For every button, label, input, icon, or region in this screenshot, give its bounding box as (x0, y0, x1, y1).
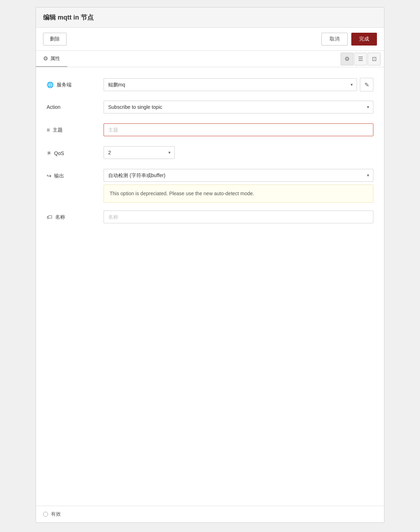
action-label: Action (47, 101, 104, 110)
tab-bar: ⚙ 属性 ⚙ ☰ ⊡ (36, 51, 384, 67)
tab-gear-button[interactable]: ⚙ (341, 53, 353, 65)
action-label-text: Action (47, 104, 61, 110)
action-control: Subscribe to single topic Subscribe to d… (104, 101, 373, 113)
status-radio[interactable] (43, 512, 48, 517)
output-select[interactable]: 自动检测 (字符串或buffer) 字符串 Buffer (104, 169, 373, 182)
form-area: 🌐 服务端 鲲鹏mq ▾ ✎ (36, 67, 384, 506)
server-label: 🌐 服务端 (47, 78, 104, 88)
output-select-container: 自动检测 (字符串或buffer) 字符串 Buffer ▾ (104, 169, 373, 182)
deprecation-text: This option is depreciated. Please use t… (110, 191, 254, 196)
name-label-text: 名称 (55, 214, 65, 220)
editor-title: 编辑 mqtt in 节点 (43, 13, 94, 22)
name-control (104, 211, 373, 223)
pencil-icon: ✎ (364, 81, 369, 88)
editor-header: 编辑 mqtt in 节点 (36, 7, 384, 28)
name-label: 🏷 名称 (47, 211, 104, 220)
output-label-text: 输出 (54, 173, 64, 179)
server-select-container: 鲲鹏mq ▾ (104, 78, 357, 91)
qos-row: ✳ QoS 0 1 2 ▾ (47, 146, 373, 161)
done-button[interactable]: 完成 (351, 33, 377, 46)
qos-select[interactable]: 0 1 2 (104, 146, 175, 159)
delete-button[interactable]: 删除 (43, 33, 67, 46)
qos-control: 0 1 2 ▾ (104, 146, 373, 159)
properties-gear-icon: ⚙ (43, 55, 48, 62)
editor-toolbar: 删除 取消 完成 (36, 28, 384, 51)
server-row-control: 鲲鹏mq ▾ ✎ (104, 78, 373, 91)
status-label: 有效 (51, 511, 61, 517)
topic-row: ≡ 主题 (47, 123, 373, 138)
editor-panel: 编辑 mqtt in 节点 删除 取消 完成 ⚙ 属性 ⚙ ☰ ⊡ 🌐 服务端 (36, 7, 384, 523)
tab-properties-label: 属性 (50, 55, 60, 62)
deprecation-notice: This option is depreciated. Please use t… (104, 185, 373, 203)
output-label: ↪ 输出 (47, 169, 104, 179)
qos-label: ✳ QoS (47, 146, 104, 156)
tab-layout-button[interactable]: ⊡ (368, 53, 380, 65)
tab-doc-button[interactable]: ☰ (354, 53, 367, 65)
topic-label: ≡ 主题 (47, 123, 104, 133)
tab-icon-group: ⚙ ☰ ⊡ (341, 53, 384, 65)
server-select[interactable]: 鲲鹏mq (104, 78, 357, 91)
toolbar-right: 取消 完成 (321, 33, 377, 46)
topic-input[interactable] (104, 123, 373, 136)
server-control: 鲲鹏mq ▾ ✎ (104, 78, 373, 91)
server-edit-button[interactable]: ✎ (360, 78, 373, 91)
action-select[interactable]: Subscribe to single topic Subscribe to d… (104, 101, 373, 113)
qos-icon: ✳ (47, 150, 51, 156)
name-icon: 🏷 (47, 214, 52, 220)
output-control: 自动检测 (字符串或buffer) 字符串 Buffer ▾ This opti… (104, 169, 373, 203)
topic-label-text: 主题 (53, 127, 63, 133)
server-icon: 🌐 (47, 81, 54, 88)
server-row: 🌐 服务端 鲲鹏mq ▾ ✎ (47, 78, 373, 93)
output-icon: ↪ (47, 172, 51, 179)
qos-label-text: QoS (54, 150, 64, 156)
topic-icon: ≡ (47, 127, 50, 133)
name-row: 🏷 名称 (47, 211, 373, 225)
qos-select-container: 0 1 2 ▾ (104, 146, 175, 159)
editor-footer: 有效 (36, 506, 384, 522)
action-select-container: Subscribe to single topic Subscribe to d… (104, 101, 373, 113)
cancel-button[interactable]: 取消 (321, 33, 348, 46)
tab-properties[interactable]: ⚙ 属性 (36, 51, 67, 67)
name-input[interactable] (104, 211, 373, 223)
output-row: ↪ 输出 自动检测 (字符串或buffer) 字符串 Buffer ▾ This… (47, 169, 373, 203)
server-label-text: 服务端 (57, 82, 72, 88)
action-row: Action Subscribe to single topic Subscri… (47, 101, 373, 116)
topic-control (104, 123, 373, 136)
